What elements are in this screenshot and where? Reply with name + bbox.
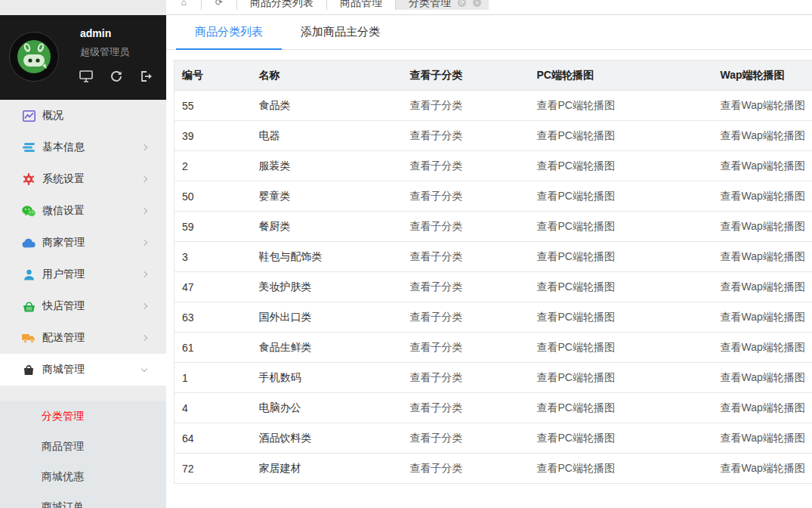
logout-icon[interactable] [139,70,154,83]
list-icon [22,141,36,153]
view-subcategory-link[interactable]: 查看子分类 [410,220,463,232]
submenu-item-category-manage[interactable]: 分类管理 [0,401,166,431]
view-pc-carousel-link[interactable]: 查看PC端轮播图 [537,401,615,414]
view-wap-carousel-link[interactable]: 查看Wap端轮播图 [721,129,805,141]
chevron-down-icon [141,366,147,372]
tab-category-list[interactable]: 商品分类列表 [176,15,282,49]
sidebar: admin 超级管理员 概况 [0,15,166,508]
view-wap-carousel-link[interactable]: 查看Wap端轮播图 [721,432,805,444]
sidebar-item-quickshop-manage[interactable]: 快店管理 [0,290,166,322]
sidebar-item-label: 快店管理 [42,299,85,313]
chevron-right-icon [141,208,147,214]
cell-id: 50 [174,181,252,212]
view-pc-carousel-link[interactable]: 查看PC端轮播图 [537,190,615,202]
view-pc-carousel-link[interactable]: 查看PC端轮播图 [537,341,615,353]
sidebar-item-mall-manage[interactable]: 商城管理 [0,354,166,386]
view-wap-carousel-link[interactable]: 查看Wap端轮播图 [721,99,805,111]
tab-label: 商品分类列表 [250,0,313,8]
tab-refresh-icon[interactable]: ⟳ [458,0,466,7]
chevron-right-icon [141,240,147,246]
view-pc-carousel-link[interactable]: 查看PC端轮播图 [537,160,615,172]
view-subcategory-link[interactable]: 查看子分类 [410,129,463,141]
admin-app: ⌂ ⟳ 商品分类列表 商品管理 分类管理 ⟳ × [0,0,812,508]
sidebar-item-user-manage[interactable]: 用户管理 [0,259,166,290]
cell-id: 1 [174,363,252,393]
table-row: 3 鞋包与配饰类 查看子分类 查看PC端轮播图 查看Wap端轮播图 [174,242,812,272]
view-subcategory-link[interactable]: 查看子分类 [410,99,463,111]
tab-label: 商品管理 [340,0,382,8]
table-row: 50 婴童类 查看子分类 查看PC端轮播图 查看Wap端轮播图 [174,181,812,212]
view-wap-carousel-link[interactable]: 查看Wap端轮播图 [721,160,805,172]
sidebar-menu: 概况 基本信息 系统设置 微信设置 [0,100,166,386]
view-wap-carousel-link[interactable]: 查看Wap端轮播图 [721,250,805,262]
submenu-item-mall-orders[interactable]: 商城订单 [0,491,166,508]
col-header-subcategory: 查看子分类 [403,60,529,91]
cell-id: 55 [174,91,252,121]
view-pc-carousel-link[interactable]: 查看PC端轮播图 [537,462,615,474]
tab-refresh[interactable]: ⟳ [202,0,237,10]
view-pc-carousel-link[interactable]: 查看PC端轮播图 [537,99,615,111]
chevron-right-icon [141,335,147,341]
view-wap-carousel-link[interactable]: 查看Wap端轮播图 [721,371,805,383]
sidebar-item-merchant-manage[interactable]: 商家管理 [0,227,166,259]
table-row: 39 电器 查看子分类 查看PC端轮播图 查看Wap端轮播图 [174,121,812,151]
view-wap-carousel-link[interactable]: 查看Wap端轮播图 [721,220,805,232]
desktop-icon[interactable] [79,70,94,83]
view-subcategory-link[interactable]: 查看子分类 [410,371,463,383]
sidebar-item-label: 配送管理 [42,331,85,345]
table-row: 61 食品生鲜类 查看子分类 查看PC端轮播图 查看Wap端轮播图 [174,333,812,363]
view-pc-carousel-link[interactable]: 查看PC端轮播图 [537,280,615,293]
sidebar-item-wechat-settings[interactable]: 微信设置 [0,195,166,227]
cloud-icon [22,237,36,249]
view-subcategory-link[interactable]: 查看子分类 [410,432,463,444]
tab-category-manage-active[interactable]: 分类管理 ⟳ × [396,0,489,10]
sidebar-item-overview[interactable]: 概况 [0,100,166,132]
view-subcategory-link[interactable]: 查看子分类 [410,280,463,293]
table-body: 55 食品类 查看子分类 查看PC端轮播图 查看Wap端轮播图 39 电器 查看… [174,91,812,484]
submenu-item-mall-discount[interactable]: 商城优惠 [0,461,166,491]
view-pc-carousel-link[interactable]: 查看PC端轮播图 [537,311,615,323]
tab-close-icon[interactable]: × [473,0,481,7]
cell-name: 电脑办公 [252,393,403,423]
sidebar-item-basic-info[interactable]: 基本信息 [0,132,166,163]
cell-name: 服装类 [252,151,403,181]
table-row: 2 服装类 查看子分类 查看PC端轮播图 查看Wap端轮播图 [174,151,812,181]
tab-home[interactable]: ⌂ [166,0,202,10]
view-subcategory-link[interactable]: 查看子分类 [410,190,463,202]
table-row: 64 酒品饮料类 查看子分类 查看PC端轮播图 查看Wap端轮播图 [174,423,812,454]
sidebar-item-label: 商家管理 [42,236,85,249]
view-subcategory-link[interactable]: 查看子分类 [410,462,463,474]
view-pc-carousel-link[interactable]: 查看PC端轮播图 [537,432,615,444]
cell-id: 3 [174,242,252,272]
view-wap-carousel-link[interactable]: 查看Wap端轮播图 [721,341,805,353]
view-pc-carousel-link[interactable]: 查看PC端轮播图 [537,371,615,383]
submenu-item-goods-manage[interactable]: 商品管理 [0,431,166,461]
tab-add-main-category[interactable]: 添加商品主分类 [282,15,399,49]
truck-icon [22,332,36,344]
tab-goods-manage[interactable]: 商品管理 [327,0,396,10]
content-tabs: 商品分类列表 添加商品主分类 [166,15,812,50]
view-wap-carousel-link[interactable]: 查看Wap端轮播图 [721,401,805,414]
view-pc-carousel-link[interactable]: 查看PC端轮播图 [537,129,615,141]
refresh-icon[interactable] [109,70,124,83]
view-subcategory-link[interactable]: 查看子分类 [410,160,463,172]
table-row: 47 美妆护肤类 查看子分类 查看PC端轮播图 查看Wap端轮播图 [174,272,812,302]
pig-avatar-icon [12,35,56,79]
view-wap-carousel-link[interactable]: 查看Wap端轮播图 [721,311,805,323]
refresh-icon: ⟳ [215,0,223,8]
view-wap-carousel-link[interactable]: 查看Wap端轮播图 [721,462,805,474]
chevron-right-icon [141,176,147,182]
tab-category-list[interactable]: 商品分类列表 [237,0,327,10]
view-subcategory-link[interactable]: 查看子分类 [410,341,463,353]
view-wap-carousel-link[interactable]: 查看Wap端轮播图 [721,190,805,202]
view-pc-carousel-link[interactable]: 查看PC端轮播图 [537,220,615,232]
view-subcategory-link[interactable]: 查看子分类 [410,311,463,323]
view-subcategory-link[interactable]: 查看子分类 [410,401,463,414]
sidebar-item-delivery-manage[interactable]: 配送管理 [0,322,166,354]
view-wap-carousel-link[interactable]: 查看Wap端轮播图 [721,280,805,293]
cell-name: 婴童类 [252,181,403,212]
cell-id: 39 [174,121,252,151]
view-pc-carousel-link[interactable]: 查看PC端轮播图 [537,250,615,262]
view-subcategory-link[interactable]: 查看子分类 [410,250,463,262]
sidebar-item-system-settings[interactable]: 系统设置 [0,163,166,195]
